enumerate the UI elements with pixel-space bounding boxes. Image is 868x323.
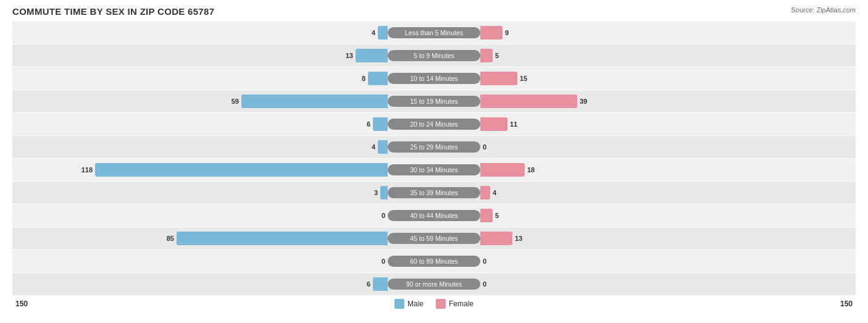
male-value: 59 xyxy=(232,98,239,105)
female-value: 5 xyxy=(495,212,499,219)
table-row: 25 to 29 Minutes40 xyxy=(12,136,856,158)
male-value: 13 xyxy=(346,52,353,59)
chart-footer: 150 Male Female 150 xyxy=(12,299,856,309)
male-value: 6 xyxy=(367,120,370,128)
female-value: 11 xyxy=(510,120,517,128)
chart-rows: Less than 5 Minutes495 to 9 Minutes13510… xyxy=(12,22,856,295)
male-bar xyxy=(378,140,388,154)
male-value: 0 xyxy=(382,258,385,265)
female-bar xyxy=(480,26,503,40)
female-value: 9 xyxy=(505,29,509,36)
row-label: 40 to 44 Minutes xyxy=(388,210,480,221)
male-value: 3 xyxy=(374,189,378,196)
table-row: 45 to 59 Minutes8513 xyxy=(12,227,856,250)
table-row: 30 to 34 Minutes11818 xyxy=(12,159,856,181)
female-bar xyxy=(480,186,490,199)
row-label: 35 to 39 Minutes xyxy=(388,187,480,198)
row-label: 5 to 9 Minutes xyxy=(388,50,480,61)
male-bar xyxy=(95,163,388,177)
row-label: 90 or more Minutes xyxy=(388,279,480,290)
female-value: 18 xyxy=(527,166,535,174)
male-bar xyxy=(356,49,388,62)
row-label: 30 to 34 Minutes xyxy=(388,164,480,175)
male-value: 85 xyxy=(167,235,174,242)
female-bar xyxy=(480,117,507,131)
female-value: 15 xyxy=(520,75,527,82)
legend: Male Female xyxy=(394,299,474,309)
male-value: 4 xyxy=(372,143,375,151)
male-bar xyxy=(378,26,388,40)
female-bar xyxy=(480,94,577,108)
table-row: 35 to 39 Minutes34 xyxy=(12,182,856,204)
axis-right: 150 xyxy=(840,300,853,308)
female-bar xyxy=(480,49,493,62)
table-row: 40 to 44 Minutes05 xyxy=(12,204,856,227)
legend-female-label: Female xyxy=(449,300,474,308)
male-value: 0 xyxy=(382,212,385,219)
chart-container: COMMUTE TIME BY SEX IN ZIP CODE 65787 So… xyxy=(0,0,868,323)
male-value: 4 xyxy=(372,29,375,36)
male-bar xyxy=(241,94,388,108)
axis-left: 150 xyxy=(15,300,28,308)
table-row: 15 to 19 Minutes5939 xyxy=(12,90,856,112)
source-label: Source: ZipAtlas.com xyxy=(791,6,856,14)
male-value: 8 xyxy=(362,75,365,82)
male-bar xyxy=(373,117,388,131)
female-value: 0 xyxy=(483,258,486,265)
male-value: 118 xyxy=(81,166,93,174)
male-bar xyxy=(177,232,388,245)
row-label: 10 to 14 Minutes xyxy=(388,73,480,84)
legend-male: Male xyxy=(394,299,424,309)
female-value: 5 xyxy=(495,52,499,59)
row-label: 60 to 89 Minutes xyxy=(388,256,480,267)
female-bar xyxy=(480,163,525,177)
male-bar xyxy=(380,186,388,199)
female-value: 0 xyxy=(483,280,486,288)
female-value: 4 xyxy=(493,189,496,196)
table-row: 5 to 9 Minutes135 xyxy=(12,44,856,67)
female-bar xyxy=(480,72,517,85)
legend-female-color xyxy=(436,299,446,309)
female-bar xyxy=(480,209,493,222)
male-value: 6 xyxy=(367,280,370,288)
male-bar xyxy=(368,72,388,85)
row-label: 25 to 29 Minutes xyxy=(388,141,480,153)
female-value: 0 xyxy=(483,143,486,151)
table-row: 60 to 89 Minutes00 xyxy=(12,250,856,272)
legend-male-label: Male xyxy=(407,300,424,308)
table-row: Less than 5 Minutes49 xyxy=(12,22,856,44)
female-value: 39 xyxy=(580,98,587,105)
table-row: 20 to 24 Minutes611 xyxy=(12,113,856,135)
table-row: 90 or more Minutes60 xyxy=(12,273,856,295)
row-label: 20 to 24 Minutes xyxy=(388,119,480,130)
row-label: 45 to 59 Minutes xyxy=(388,233,480,244)
female-value: 13 xyxy=(515,235,522,242)
row-label: Less than 5 Minutes xyxy=(388,27,480,38)
male-bar xyxy=(373,277,388,291)
table-row: 10 to 14 Minutes815 xyxy=(12,67,856,90)
chart-title: COMMUTE TIME BY SEX IN ZIP CODE 65787 xyxy=(12,6,856,17)
row-label: 15 to 19 Minutes xyxy=(388,96,480,107)
legend-female: Female xyxy=(436,299,474,309)
female-bar xyxy=(480,232,512,245)
legend-male-color xyxy=(394,299,404,309)
